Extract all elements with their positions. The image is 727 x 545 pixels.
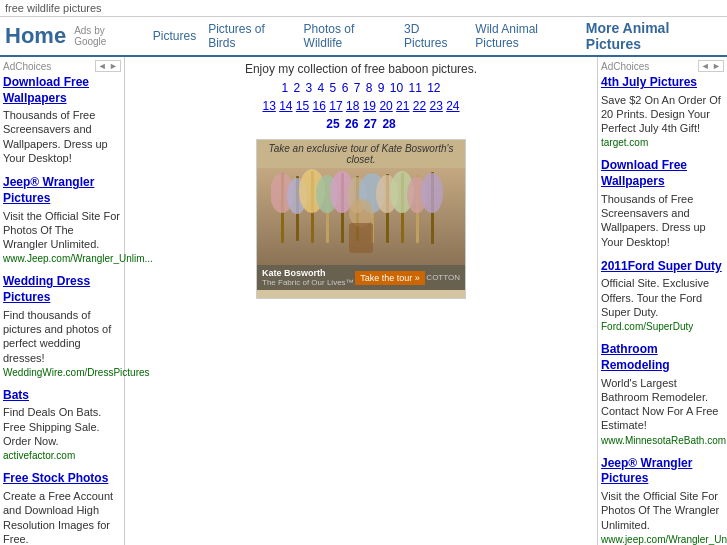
closet-svg <box>271 168 451 263</box>
left-ad-3: Wedding Dress Pictures Find thousands of… <box>3 274 121 377</box>
left-ad-2: Jeep® Wrangler Pictures Visit the Offici… <box>3 175 121 264</box>
page-19[interactable]: 19 <box>363 99 376 113</box>
page-23[interactable]: 23 <box>429 99 442 113</box>
banner-image-area <box>257 168 465 265</box>
left-ad-5-title[interactable]: Free Stock Photos <box>3 471 121 487</box>
svg-point-21 <box>421 173 443 213</box>
page-9[interactable]: 9 <box>378 81 385 95</box>
more-animal-label: More Animal Pictures <box>586 20 722 52</box>
left-ad-4-text: Find Deals On Bats. Free Shipping Sale. … <box>3 405 121 448</box>
page-4[interactable]: 4 <box>318 81 325 95</box>
right-ad-4-title[interactable]: Bathroom Remodeling <box>601 342 724 373</box>
pagination-row1: 1 2 3 4 5 6 7 8 9 10 11 12 <box>135 81 587 95</box>
page-20[interactable]: 20 <box>379 99 392 113</box>
top-bar: free wildlife pictures <box>0 0 727 17</box>
left-ad-4-url: activefactor.com <box>3 450 121 461</box>
main-content: Enjoy my collection of free baboon pictu… <box>125 57 597 545</box>
right-ad-5-title[interactable]: Jeep® Wrangler Pictures <box>601 456 724 487</box>
right-sidebar: AdChoices ◄ ► 4th July Pictures Save $2 … <box>597 57 727 545</box>
right-ad-1-title[interactable]: 4th July Pictures <box>601 75 724 91</box>
page-18[interactable]: 18 <box>346 99 359 113</box>
page-13[interactable]: 13 <box>262 99 275 113</box>
right-ad-3-title[interactable]: 2011Ford Super Duty <box>601 259 724 275</box>
page-16[interactable]: 16 <box>313 99 326 113</box>
right-ad-1-text: Save $2 On An Order Of 20 Prints. Design… <box>601 93 724 136</box>
banner-clothes-visual <box>257 168 465 265</box>
main-ad-banner[interactable]: Take an exclusive tour of Kate Bosworth'… <box>256 139 466 299</box>
banner-name-area: Kate Bosworth The Fabric of Our Lives™ <box>262 268 354 287</box>
banner-headline: Take an exclusive tour of Kate Bosworth'… <box>257 140 465 168</box>
page-24[interactable]: 24 <box>446 99 459 113</box>
left-ad-2-url: www.Jeep.com/Wrangler_Unlim... <box>3 253 121 264</box>
page-11[interactable]: 11 <box>408 81 421 95</box>
right-ad-2-title[interactable]: Download Free Wallpapers <box>601 158 724 189</box>
left-sidebar: AdChoices ◄ ► Download Free Wallpapers T… <box>0 57 125 545</box>
right-ad-4: Bathroom Remodeling World's Largest Bath… <box>601 342 724 445</box>
page-1[interactable]: 1 <box>281 81 288 95</box>
page-12[interactable]: 12 <box>427 81 440 95</box>
page-7[interactable]: 7 <box>354 81 361 95</box>
nav-bar: Home Ads by Google Pictures Pictures of … <box>0 17 727 57</box>
right-ad-choices-label: AdChoices <box>601 61 649 72</box>
page-26[interactable]: 26 <box>345 117 358 131</box>
nav-link-birds[interactable]: Pictures of Birds <box>208 22 291 50</box>
page-10[interactable]: 10 <box>390 81 403 95</box>
page-17[interactable]: 17 <box>329 99 342 113</box>
right-ad-1: 4th July Pictures Save $2 On An Order Of… <box>601 75 724 148</box>
banner-footer: Kate Bosworth The Fabric of Our Lives™ T… <box>257 265 465 290</box>
page-14[interactable]: 14 <box>279 99 292 113</box>
right-ad-3: 2011Ford Super Duty Official Site. Exclu… <box>601 259 724 332</box>
page-28[interactable]: 28 <box>382 117 395 131</box>
banner-person-name: Kate Bosworth <box>262 268 354 278</box>
banner-logo: COTTON <box>426 273 460 282</box>
left-ad-choices-label: AdChoices <box>3 61 51 72</box>
nav-link-3d[interactable]: 3D Pictures <box>404 22 463 50</box>
left-ad-5: Free Stock Photos Create a Free Account … <box>3 471 121 545</box>
page-6[interactable]: 6 <box>342 81 349 95</box>
left-ad-choices-btn[interactable]: ◄ ► <box>95 60 121 72</box>
nav-home-link[interactable]: Home <box>5 23 66 49</box>
right-ad-4-text: World's Largest Bathroom Remodeler. Cont… <box>601 376 724 433</box>
left-ad-1-text: Thousands of Free Screensavers and Wallp… <box>3 108 121 165</box>
right-ad-2: Download Free Wallpapers Thousands of Fr… <box>601 158 724 248</box>
left-ad-2-text: Visit the Official Site For Photos Of Th… <box>3 209 121 252</box>
left-ad-3-text: Find thousands of pictures and photos of… <box>3 308 121 365</box>
left-ad-1: Download Free Wallpapers Thousands of Fr… <box>3 75 121 165</box>
page-2[interactable]: 2 <box>294 81 301 95</box>
page-title: Enjoy my collection of free baboon pictu… <box>135 62 587 76</box>
left-ad-1-title[interactable]: Download Free Wallpapers <box>3 75 121 106</box>
right-ad-4-url: www.MinnesotaReBath.com <box>601 435 724 446</box>
page-25[interactable]: 25 <box>326 117 339 131</box>
page-22[interactable]: 22 <box>413 99 426 113</box>
left-ad-3-url: WeddingWire.com/DressPictures <box>3 367 121 378</box>
page-8[interactable]: 8 <box>366 81 373 95</box>
right-ad-2-text: Thousands of Free Screensavers and Wallp… <box>601 192 724 249</box>
left-ad-4-title[interactable]: Bats <box>3 388 121 404</box>
page-5[interactable]: 5 <box>330 81 337 95</box>
page-27[interactable]: 27 <box>364 117 377 131</box>
pagination-row2: 13 14 15 16 17 18 19 20 21 22 23 24 <box>135 99 587 113</box>
banner-clothes-label <box>271 168 451 265</box>
right-ad-3-url: Ford.com/SuperDuty <box>601 321 724 332</box>
ads-by-google-label: Ads by Google <box>74 25 137 47</box>
nav-link-pictures[interactable]: Pictures <box>153 29 196 43</box>
svg-point-22 <box>349 199 373 227</box>
left-ad-choices-bar: AdChoices ◄ ► <box>3 60 121 72</box>
page-3[interactable]: 3 <box>306 81 313 95</box>
svg-rect-23 <box>349 223 373 253</box>
right-ad-choices-btn[interactable]: ◄ ► <box>698 60 724 72</box>
nav-link-wildlife[interactable]: Photos of Wildlife <box>304 22 393 50</box>
left-ad-5-text: Create a Free Account and Download High … <box>3 489 121 545</box>
banner-cta-button[interactable]: Take the tour » <box>355 271 425 285</box>
left-ad-2-title[interactable]: Jeep® Wrangler Pictures <box>3 175 121 206</box>
left-ad-4: Bats Find Deals On Bats. Free Shipping S… <box>3 388 121 461</box>
right-ad-5-text: Visit the Official Site For Photos Of Th… <box>601 489 724 532</box>
pagination-row3: 25 26 27 28 <box>135 117 587 131</box>
page-21[interactable]: 21 <box>396 99 409 113</box>
main-layout: AdChoices ◄ ► Download Free Wallpapers T… <box>0 57 727 545</box>
right-ad-choices-bar: AdChoices ◄ ► <box>601 60 724 72</box>
nav-link-wild-animal[interactable]: Wild Animal Pictures <box>475 22 579 50</box>
right-ad-5-url: www.jeep.com/Wrangler_Unlim... <box>601 534 724 545</box>
page-15[interactable]: 15 <box>296 99 309 113</box>
left-ad-3-title[interactable]: Wedding Dress Pictures <box>3 274 121 305</box>
